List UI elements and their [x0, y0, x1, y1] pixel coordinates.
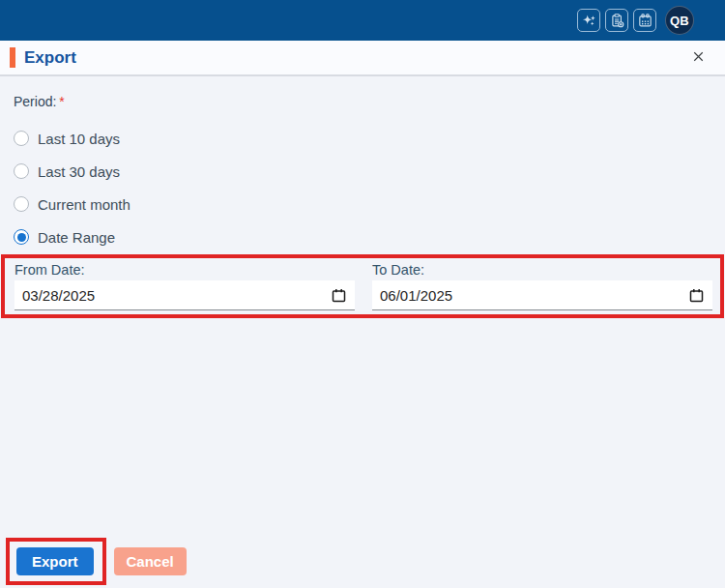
radio-option-last-30-days[interactable]: Last 30 days: [14, 155, 130, 188]
dialog-footer: Export Cancel: [6, 538, 187, 585]
annotation-date-range-highlight: From Date: To Date:: [1, 254, 724, 318]
annotation-export-button-highlight: Export: [6, 538, 106, 585]
from-date-label: From Date:: [14, 262, 355, 278]
period-radio-group: Last 10 days Last 30 days Current month …: [14, 122, 130, 253]
calendar-icon: [637, 13, 653, 29]
dialog-title: Export: [24, 48, 686, 68]
radio-circle[interactable]: [14, 163, 29, 179]
radio-label: Current month: [38, 196, 130, 213]
radio-option-current-month[interactable]: Current month: [14, 188, 130, 220]
title-accent-bar: [10, 47, 15, 68]
to-date-picker-icon[interactable]: [689, 288, 704, 307]
period-label: Period:*: [14, 94, 65, 109]
close-button[interactable]: [686, 46, 710, 70]
radio-circle[interactable]: [14, 229, 29, 245]
export-button[interactable]: Export: [16, 547, 94, 575]
calendar-button[interactable]: [633, 9, 656, 32]
radio-label: Last 10 days: [38, 131, 120, 147]
cancel-button[interactable]: Cancel: [114, 547, 187, 575]
radio-circle[interactable]: [14, 196, 29, 212]
to-date-input[interactable]: [372, 280, 712, 310]
radio-label: Last 30 days: [38, 163, 120, 180]
to-date-field-group: To Date:: [372, 262, 712, 314]
clipboard-add-icon: [609, 13, 625, 29]
dialog-header: Export: [0, 41, 725, 76]
from-date-field-group: From Date:: [14, 262, 355, 314]
ai-assistant-button[interactable]: [577, 9, 600, 32]
sparkles-icon: [581, 13, 597, 29]
radio-option-date-range[interactable]: Date Range: [14, 220, 130, 253]
radio-option-last-10-days[interactable]: Last 10 days: [14, 122, 130, 155]
user-avatar[interactable]: QB: [665, 6, 694, 35]
clipboard-add-button[interactable]: [605, 9, 628, 32]
from-date-picker-icon[interactable]: [332, 288, 346, 307]
radio-circle[interactable]: [14, 131, 29, 146]
top-navigation-bar: QB: [0, 0, 725, 41]
from-date-input[interactable]: [14, 280, 355, 310]
to-date-label: To Date:: [372, 262, 712, 278]
close-icon: [690, 48, 707, 68]
radio-label: Date Range: [38, 229, 115, 246]
required-asterisk: *: [59, 94, 64, 109]
